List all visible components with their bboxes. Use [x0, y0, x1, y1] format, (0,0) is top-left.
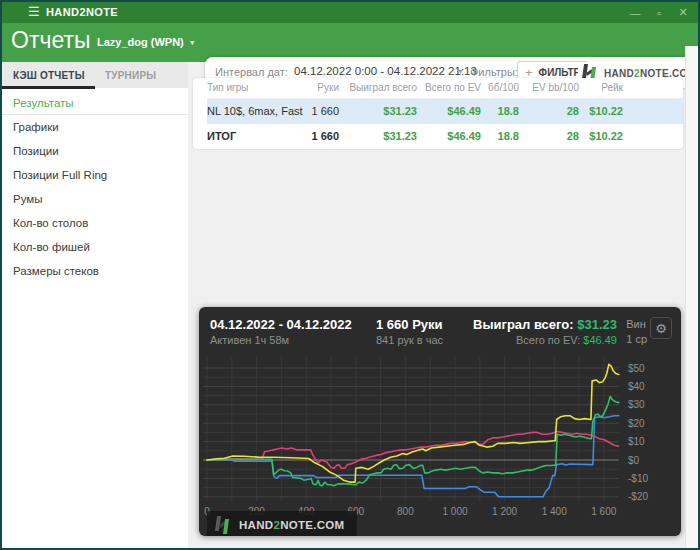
won-total-label: Выиграл всего:	[473, 317, 574, 332]
col-won-total[interactable]: Выиграл всего	[339, 78, 417, 98]
svg-text:1 200: 1 200	[492, 506, 517, 517]
svg-text:$10: $10	[628, 436, 645, 447]
account-dropdown[interactable]: Lazy_dog (WPN)▼	[97, 36, 196, 48]
graph-stats: Выиграл всего: $31.23 Всего по EV: $46.4…	[473, 316, 617, 347]
sidebar-item-graphs[interactable]: Графики	[2, 115, 188, 139]
col-rake[interactable]: Рейк	[579, 78, 623, 98]
table-row[interactable]: NL 10$, 6max, Fast 1 660 $31.23 $46.49 1…	[207, 98, 683, 123]
hand2note-logo-icon	[215, 516, 231, 534]
tab-cash-reports[interactable]: КЭШ ОТЧЕТЫ	[13, 62, 85, 88]
table-row-total[interactable]: ИТОГ 1 660 $31.23 $46.49 18.8 28 $10.22	[207, 123, 683, 148]
graph-panel: 04.12.2022 - 04.12.2022 Активен 1ч 58м 1…	[199, 307, 681, 536]
winnings-chart: 02004006008001 0001 2001 4001 600$50$40$…	[199, 353, 681, 536]
svg-text:1 600: 1 600	[591, 506, 616, 517]
graph-hands: 1 660 Руки 841 рук в час	[376, 316, 443, 347]
col-bb100[interactable]: бб/100	[481, 78, 519, 98]
winnings-chart-svg: 02004006008001 0001 2001 4001 600$50$40$…	[199, 353, 681, 536]
results-table-card: Тип игры Руки Выиграл всего Всего по EV …	[193, 78, 683, 149]
col-game-type[interactable]: Тип игры	[207, 78, 303, 98]
graph-settings-button[interactable]: ⚙	[650, 317, 672, 339]
account-name: Lazy_dog (WPN)	[97, 36, 184, 48]
gear-icon: ⚙	[655, 321, 667, 336]
chevron-down-icon: ▼	[189, 39, 196, 46]
svg-text:-$20: -$20	[628, 491, 648, 502]
sidebar: КЭШ ОТЧЕТЫ ТУРНИРЫ Результаты Графики По…	[2, 62, 188, 548]
close-icon[interactable]: ✕	[676, 6, 690, 20]
col-hands[interactable]: Руки	[303, 78, 339, 98]
app-window: ☰ HAND2NOTE — ▫ ✕ Отчеты Lazy_dog (WPN)▼…	[0, 0, 700, 550]
col-ev-bb100[interactable]: EV bb/100	[519, 78, 579, 98]
sidebar-item-rooms[interactable]: Румы	[2, 187, 188, 211]
page-header: Отчеты Lazy_dog (WPN)▼ Интервал дат: 04.…	[2, 23, 698, 62]
app-title: HAND2NOTE	[46, 6, 118, 18]
minimize-icon[interactable]: —	[628, 6, 642, 20]
scrollbar[interactable]	[685, 46, 698, 548]
graph-date-range: 04.12.2022 - 04.12.2022 Активен 1ч 58м	[210, 316, 352, 347]
svg-text:$20: $20	[628, 418, 645, 429]
add-filter-label: ФИЛЬТР	[539, 67, 581, 78]
sidebar-item-positions[interactable]: Позиции	[2, 139, 188, 163]
svg-text:1 400: 1 400	[542, 506, 567, 517]
graph-extra-stats: Вин 1 ср	[626, 316, 647, 346]
chart-watermark: HAND2NOTE.COM	[207, 511, 357, 536]
brand-text: HAND2NOTE.COM	[604, 68, 696, 79]
sidebar-item-positions-full-ring[interactable]: Позиции Full Ring	[2, 163, 188, 187]
graph-hands-per-hour: 841 рук в час	[376, 333, 443, 347]
active-tab-underline	[2, 86, 95, 89]
sidebar-item-results[interactable]: Результаты	[2, 91, 188, 115]
titlebar: ☰ HAND2NOTE — ▫ ✕	[2, 2, 698, 23]
graph-active-time: Активен 1ч 58м	[210, 333, 352, 347]
maximize-icon[interactable]: ▫	[652, 6, 666, 20]
svg-text:$0: $0	[628, 455, 640, 466]
svg-text:$50: $50	[628, 363, 645, 374]
col-ev-total[interactable]: Всего по EV	[417, 78, 481, 98]
svg-text:$30: $30	[628, 399, 645, 410]
sidebar-tabbar: КЭШ ОТЧЕТЫ ТУРНИРЫ	[2, 62, 188, 88]
ev-total-value: $46.49	[583, 334, 617, 346]
svg-text:800: 800	[397, 506, 414, 517]
window-controls: — ▫ ✕	[628, 2, 690, 23]
sidebar-item-table-count[interactable]: Кол-во столов	[2, 211, 188, 235]
svg-text:$40: $40	[628, 381, 645, 392]
won-total-value: $31.23	[577, 317, 617, 332]
menu-icon[interactable]: ☰	[28, 4, 40, 19]
sidebar-item-stack-sizes[interactable]: Размеры стеков	[2, 259, 188, 283]
sidebar-item-chip-count[interactable]: Кол-во фишей	[2, 235, 188, 259]
table-header-row: Тип игры Руки Выиграл всего Всего по EV …	[207, 78, 683, 98]
filters-label: Фильтры:	[470, 66, 518, 78]
svg-text:1 000: 1 000	[442, 506, 467, 517]
svg-text:-$10: -$10	[628, 473, 648, 484]
tab-tournaments[interactable]: ТУРНИРЫ	[105, 62, 156, 88]
chevron-down-icon[interactable]: ▼	[457, 68, 464, 75]
page-title: Отчеты	[11, 27, 91, 54]
ev-total-label: Всего по EV:	[516, 334, 580, 346]
interval-label: Интервал дат:	[215, 66, 288, 78]
results-table: Тип игры Руки Выиграл всего Всего по EV …	[207, 78, 683, 148]
